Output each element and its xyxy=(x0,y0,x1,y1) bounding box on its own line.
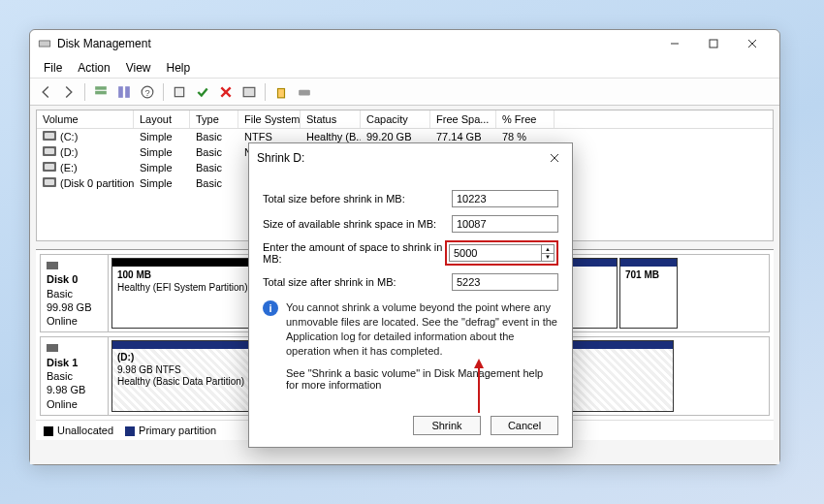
svg-rect-14 xyxy=(278,88,285,97)
partition[interactable]: 701 MB xyxy=(619,258,678,329)
svg-text:?: ? xyxy=(144,87,149,97)
svg-rect-15 xyxy=(299,89,310,95)
menu-view[interactable]: View xyxy=(118,59,159,77)
view-icon[interactable] xyxy=(91,82,111,102)
avail-label: Size of available shrink space in MB: xyxy=(263,218,452,230)
col-volume[interactable]: Volume xyxy=(37,110,134,128)
svg-rect-13 xyxy=(243,87,255,96)
list-icon[interactable] xyxy=(239,82,259,102)
col-layout[interactable]: Layout xyxy=(134,110,190,128)
titlebar: Disk Management xyxy=(30,30,779,57)
col-type[interactable]: Type xyxy=(190,110,238,128)
annotation-arrow xyxy=(471,357,487,417)
col-status[interactable]: Status xyxy=(301,110,361,128)
avail-value: 10087 xyxy=(452,215,558,233)
shrink-amount-input[interactable]: 5000 xyxy=(449,244,542,262)
close-button[interactable] xyxy=(733,32,772,55)
legend-unalloc: Unallocated xyxy=(57,425,113,436)
shrink-button[interactable]: Shrink xyxy=(413,416,481,435)
after-label: Total size after shrink in MB: xyxy=(263,276,452,288)
info-text: You cannot shrink a volume beyond the po… xyxy=(286,300,558,358)
legend-primary: Primary partition xyxy=(139,425,216,436)
cancel-button[interactable]: Cancel xyxy=(491,416,558,435)
shrink-spinner[interactable]: ▲▼ xyxy=(542,244,555,262)
disk-icon[interactable] xyxy=(295,82,314,102)
svg-rect-3 xyxy=(710,40,717,47)
app-icon xyxy=(38,37,51,50)
shrink-dialog: Shrink D: Total size before shrink in MB… xyxy=(248,142,573,448)
minimize-button[interactable] xyxy=(655,32,694,55)
col-free[interactable]: Free Spa... xyxy=(430,110,496,128)
enter-label: Enter the amount of space to shrink in M… xyxy=(263,241,445,265)
menu-action[interactable]: Action xyxy=(70,59,117,77)
menubar: File Action View Help xyxy=(30,57,779,79)
col-pct[interactable]: % Free xyxy=(496,110,555,128)
total-before-value: 10223 xyxy=(452,190,558,207)
menu-file[interactable]: File xyxy=(36,59,70,77)
after-value: 5223 xyxy=(452,273,558,291)
svg-rect-6 xyxy=(95,86,107,90)
total-before-label: Total size before shrink in MB: xyxy=(263,193,452,205)
col-capacity[interactable]: Capacity xyxy=(361,110,430,128)
back-icon[interactable] xyxy=(36,82,55,102)
toolbar: ? xyxy=(30,79,779,106)
col-fs[interactable]: File System xyxy=(238,110,301,128)
help-link-text: See "Shrink a basic volume" in Disk Mana… xyxy=(286,367,558,391)
check-icon[interactable] xyxy=(193,82,212,102)
info-icon: i xyxy=(263,300,278,316)
refresh-icon[interactable] xyxy=(114,82,134,102)
window-title: Disk Management xyxy=(57,37,655,50)
svg-rect-1 xyxy=(40,41,50,46)
properties-icon[interactable] xyxy=(170,82,189,102)
help-icon[interactable]: ? xyxy=(138,82,157,102)
dialog-title: Shrink D: xyxy=(257,151,545,165)
delete-icon[interactable] xyxy=(216,82,236,102)
export-icon[interactable] xyxy=(271,82,291,102)
forward-icon[interactable] xyxy=(59,82,79,102)
dialog-close-button[interactable] xyxy=(545,148,564,168)
menu-help[interactable]: Help xyxy=(159,59,199,77)
maximize-button[interactable] xyxy=(694,32,733,55)
partition[interactable]: 100 MBHealthy (EFI System Partition) xyxy=(111,258,267,329)
svg-rect-8 xyxy=(118,86,123,98)
svg-rect-12 xyxy=(174,87,183,96)
svg-rect-7 xyxy=(95,90,107,94)
svg-rect-9 xyxy=(125,86,130,98)
